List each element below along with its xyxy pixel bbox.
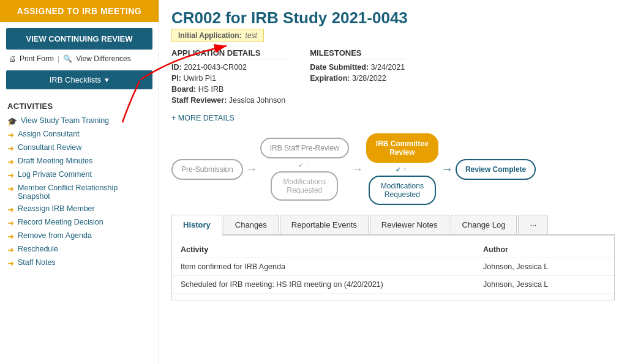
print-form-link[interactable]: Print Form xyxy=(20,54,54,63)
sidebar: ASSIGNED TO IRB MEETING VIEW CONTINUING … xyxy=(0,0,159,364)
activity-label: Record Meeting Decision xyxy=(18,218,103,226)
arrow-icon: ➜ xyxy=(7,144,14,153)
wf-arrow-3: → xyxy=(441,162,453,176)
application-details: APPLICATION DETAILS ID: 2021-0043-CR002 … xyxy=(171,48,285,107)
page-title: CR002 for IRB Study 2021-0043 xyxy=(171,9,615,28)
table-row: Item confirmed for IRB Agenda Johnson, J… xyxy=(172,258,614,276)
detail-board-val: HS IRB xyxy=(198,85,224,94)
initial-app-value: test xyxy=(246,31,257,40)
activity-label: Member Conflict Relationship Snapshot xyxy=(18,184,151,201)
graduation-icon: 🎓 xyxy=(7,117,17,126)
activity-assign-consultant[interactable]: ➜ Assign Consultant xyxy=(7,128,151,141)
workflow-diagram: Pre-Submission → IRB Staff Pre-Review ↙↑… xyxy=(171,133,615,205)
milestones-title: MILESTONES xyxy=(310,48,405,59)
initial-application-bar: Initial Application: test xyxy=(171,29,264,42)
wf-staff-group: IRB Staff Pre-Review ↙↑ ModificationsReq… xyxy=(260,138,349,201)
detail-staff-key: Staff Reviewer: xyxy=(171,96,229,105)
activity-reassign-irb-member[interactable]: ➜ Reassign IRB Member xyxy=(7,202,151,216)
expiration-val: 3/28/2022 xyxy=(352,74,386,83)
detail-expiration: Expiration: 3/28/2022 xyxy=(310,74,405,83)
activity-label: Log Private Comment xyxy=(18,170,92,179)
detail-board-key: Board: xyxy=(171,85,198,94)
tab-content: Activity Author Item confirmed for IRB A… xyxy=(171,236,615,300)
table-row: Scheduled for IRB meeting: HS IRB meetin… xyxy=(172,276,614,294)
detail-pi-key: PI: xyxy=(171,74,183,83)
detail-id: ID: 2021-0043-CR002 xyxy=(171,63,285,72)
arrow-icon: ➜ xyxy=(7,245,14,254)
chevron-down-icon: ▾ xyxy=(105,75,109,84)
activity-view-study-team-training[interactable]: 🎓 View Study Team Training xyxy=(7,114,151,128)
col-header-activity: Activity xyxy=(181,245,483,254)
main-content: CR002 for IRB Study 2021-0043 Initial Ap… xyxy=(159,0,627,364)
tab-history[interactable]: History xyxy=(171,215,222,236)
activity-staff-notes[interactable]: ➜ Staff Notes xyxy=(7,256,151,270)
activity-label: Consultant Review xyxy=(18,143,81,152)
activity-remove-from-agenda[interactable]: ➜ Remove from Agenda xyxy=(7,229,151,243)
arrow-icon: ➜ xyxy=(7,218,14,228)
irb-checklists-button[interactable]: IRB Checklists ▾ xyxy=(6,70,152,89)
detail-board: Board: HS IRB xyxy=(171,85,285,94)
activities-title: ACTIVITIES xyxy=(7,102,151,111)
initial-app-label: Initial Application: xyxy=(178,31,242,40)
arrow-icon: ➜ xyxy=(7,205,14,214)
detail-staff-reviewer: Staff Reviewer: Jessica Johnson xyxy=(171,96,285,105)
print-icon: 🖨 xyxy=(9,54,16,63)
arrow-icon: ➜ xyxy=(7,157,14,166)
wf-committee-group: IRB CommitteeReview ↙↑ ModificationsRequ… xyxy=(366,133,438,205)
activity-label: Staff Notes xyxy=(18,258,56,267)
detail-id-key: ID: xyxy=(171,63,184,72)
activity-label: Reassign IRB Member xyxy=(18,204,95,213)
detail-pi-val: Uwirb Pi1 xyxy=(183,74,216,83)
wf-irb-staff-pre-review: IRB Staff Pre-Review xyxy=(260,138,349,158)
print-row: 🖨 Print Form | 🔍 View Differences xyxy=(0,52,159,68)
application-details-title: APPLICATION DETAILS xyxy=(171,48,285,59)
detail-staff-val: Jessica Johnson xyxy=(229,96,285,105)
tab-change-log[interactable]: Change Log xyxy=(451,215,517,234)
activity-draft-meeting-minutes[interactable]: ➜ Draft Meeting Minutes xyxy=(7,155,151,168)
row-author-2: Johnson, Jessica L xyxy=(483,280,606,289)
tabs-bar: History Changes Reportable Events Review… xyxy=(171,215,615,236)
detail-pi: PI: Uwirb Pi1 xyxy=(171,74,285,83)
arrow-icon: ➜ xyxy=(7,171,14,180)
wf-loop-arrows-right: ↙↑ xyxy=(396,165,409,173)
details-milestones-section: APPLICATION DETAILS ID: 2021-0043-CR002 … xyxy=(171,48,615,107)
activity-log-private-comment[interactable]: ➜ Log Private Comment xyxy=(7,168,151,182)
wf-arrow-1: → xyxy=(246,162,258,176)
arrow-icon: ➜ xyxy=(7,259,14,268)
more-details-link[interactable]: + MORE DETAILS xyxy=(171,114,235,122)
date-submitted-key: Date Submitted: xyxy=(310,63,370,72)
tab-changes[interactable]: Changes xyxy=(223,215,279,234)
tab-reportable-events[interactable]: Reportable Events xyxy=(280,215,369,234)
arrow-icon: ➜ xyxy=(7,184,14,193)
wf-review-complete: Review Complete xyxy=(456,159,536,180)
wf-modifications-requested-right: ModificationsRequested xyxy=(369,176,436,205)
view-continuing-review-button[interactable]: VIEW CONTINUING REVIEW xyxy=(6,28,152,50)
activity-reschedule[interactable]: ➜ Reschedule xyxy=(7,243,151,256)
activities-section: ACTIVITIES 🎓 View Study Team Training ➜ … xyxy=(0,97,159,272)
tab-more[interactable]: ··· xyxy=(518,215,548,234)
activity-label: View Study Team Training xyxy=(21,116,109,125)
activity-label: Assign Consultant xyxy=(18,130,80,138)
wf-irb-committee-review: IRB CommitteeReview xyxy=(366,133,438,163)
wf-loop-arrows-left: ↙↑ xyxy=(298,161,312,169)
activity-consultant-review[interactable]: ➜ Consultant Review xyxy=(7,141,151,155)
col-header-author: Author xyxy=(483,245,606,254)
search-icon: 🔍 xyxy=(63,54,72,63)
row-activity-1: Item confirmed for IRB Agenda xyxy=(181,262,483,271)
row-author-1: Johnson, Jessica L xyxy=(483,262,606,271)
activity-member-conflict-relationship-snapshot[interactable]: ➜ Member Conflict Relationship Snapshot xyxy=(7,182,151,202)
irb-checklists-label: IRB Checklists xyxy=(50,75,102,84)
milestones: MILESTONES Date Submitted: 3/24/2021 Exp… xyxy=(310,48,405,107)
sidebar-header: ASSIGNED TO IRB MEETING xyxy=(0,0,159,22)
detail-date-submitted: Date Submitted: 3/24/2021 xyxy=(310,63,405,72)
wf-modifications-requested-left: ModificationsRequested xyxy=(271,171,338,201)
activity-record-meeting-decision[interactable]: ➜ Record Meeting Decision xyxy=(7,216,151,229)
activity-label: Remove from Agenda xyxy=(18,231,92,240)
view-differences-link[interactable]: View Differences xyxy=(76,54,131,63)
row-activity-2: Scheduled for IRB meeting: HS IRB meetin… xyxy=(181,280,483,289)
activity-label: Reschedule xyxy=(18,245,58,253)
table-header: Activity Author xyxy=(172,242,614,258)
expiration-key: Expiration: xyxy=(310,74,352,83)
tab-reviewer-notes[interactable]: Reviewer Notes xyxy=(370,215,449,234)
wf-arrow-2: → xyxy=(351,162,364,176)
